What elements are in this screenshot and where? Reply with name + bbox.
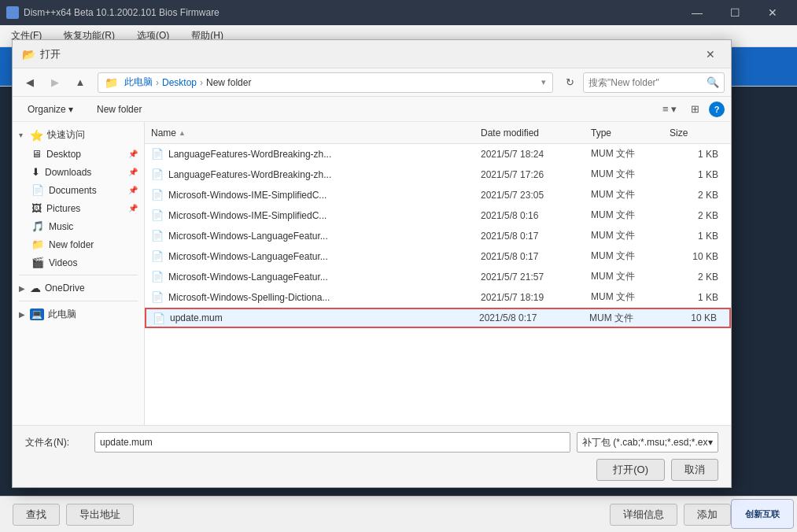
refresh-button[interactable]: ↻ — [559, 72, 580, 93]
file-size: 10 KB — [670, 251, 725, 262]
dialog-close-button[interactable]: ✕ — [699, 43, 721, 65]
filename-input[interactable] — [94, 432, 570, 453]
table-row[interactable]: 📄 update.mum 2021/5/8 0:17 MUM 文件 10 KB — [145, 308, 731, 328]
cancel-button[interactable]: 取消 — [671, 459, 718, 481]
table-row[interactable]: 📄 LanguageFeatures-WordBreaking-zh... 20… — [145, 144, 731, 164]
help-button[interactable]: ? — [709, 102, 725, 117]
file-name: Microsoft-Windows-IME-SimplifiedC... — [168, 210, 481, 221]
music-icon: 🎵 — [31, 220, 44, 232]
sidebar-item-documents-label: Documents — [49, 185, 97, 196]
file-date: 2021/5/7 21:57 — [481, 272, 591, 283]
table-row[interactable]: 📄 Microsoft-Windows-Spelling-Dictiona...… — [145, 287, 731, 308]
collapse-icon: ▾ — [19, 131, 27, 139]
export-address-button[interactable]: 导出地址 — [66, 504, 134, 526]
organize-button[interactable]: Organize ▾ — [19, 100, 82, 119]
file-type: MUM 文件 — [591, 270, 670, 283]
quick-access-star-icon: ⭐ — [30, 129, 43, 142]
file-type: MUM 文件 — [591, 209, 670, 222]
file-date: 2021/5/7 23:05 — [481, 190, 591, 201]
back-button[interactable]: ◀ — [19, 72, 41, 94]
videos-icon: 🎬 — [31, 257, 44, 268]
file-size: 1 KB — [670, 231, 725, 242]
file-icon: 📄 — [153, 312, 165, 324]
thispc-collapse-icon: ▶ — [19, 310, 27, 319]
sidebar-separator-1 — [19, 275, 138, 275]
dialog-main: Name ▲ Date modified Type Size 📄 Languag… — [145, 122, 731, 425]
new-folder-button[interactable]: New folder — [88, 100, 150, 119]
column-header-size[interactable]: Size — [670, 127, 725, 139]
search-input[interactable] — [589, 77, 707, 88]
table-row[interactable]: 📄 Microsoft-Windows-LanguageFeatur... 20… — [145, 267, 731, 287]
thispc-header[interactable]: ▶ 💻 此电脑 — [13, 305, 144, 324]
sidebar-item-new-folder[interactable]: 📁 New folder — [13, 235, 144, 253]
table-row[interactable]: 📄 Microsoft-Windows-IME-SimplifiedC... 2… — [145, 205, 731, 226]
file-icon: 📄 — [151, 148, 164, 160]
file-icon: 📄 — [151, 230, 164, 242]
file-icon: 📄 — [151, 168, 164, 180]
column-header-type[interactable]: Type — [591, 127, 670, 139]
file-name: LanguageFeatures-WordBreaking-zh... — [168, 149, 481, 160]
table-row[interactable]: 📄 Microsoft-Windows-LanguageFeatur... 20… — [145, 246, 731, 267]
onedrive-collapse-icon: ▶ — [19, 284, 27, 293]
sidebar-item-new-folder-label: New folder — [49, 239, 94, 250]
dialog-footer: 文件名(N): 补丁包 (*.cab;*.msu;*.esd;*.ex ▾ 打开… — [13, 425, 731, 487]
dialog-titlebar: 📂 打开 ✕ — [13, 40, 731, 68]
onedrive-section: ▶ ☁ OneDrive — [13, 279, 144, 297]
pin-icon-downloads: 📌 — [128, 168, 138, 176]
close-button[interactable]: ✕ — [755, 0, 791, 25]
file-size: 10 KB — [668, 312, 723, 323]
dialog-toolbar: Organize ▾ New folder ≡ ▾ ⊞ ? — [13, 97, 731, 122]
sidebar-item-pictures-label: Pictures — [46, 203, 80, 214]
onedrive-header[interactable]: ▶ ☁ OneDrive — [13, 279, 144, 297]
search-icon[interactable]: 🔍 — [707, 76, 719, 88]
address-crumb-desktop[interactable]: Desktop — [162, 77, 197, 88]
view-list-button[interactable]: ≡ ▾ — [659, 100, 681, 119]
open-file-dialog: 📂 打开 ✕ ◀ ▶ ▲ 📁 此电脑 › Desktop › New folde… — [12, 39, 732, 488]
app-title: Dism++x64 Beta 10.1.2002.101 Bios Firmwa… — [24, 7, 220, 18]
forward-button[interactable]: ▶ — [44, 72, 66, 94]
thispc-label: 此电脑 — [48, 308, 76, 321]
footer-buttons-row: 打开(O) 取消 — [25, 459, 718, 481]
sidebar-item-pictures[interactable]: 🖼 Pictures 📌 — [13, 199, 144, 217]
file-date: 2021/5/7 18:24 — [481, 149, 591, 160]
dialog-navbar: ◀ ▶ ▲ 📁 此电脑 › Desktop › New folder ▾ ↻ 🔍 — [13, 68, 731, 97]
column-header-name[interactable]: Name ▲ — [151, 127, 481, 139]
address-dropdown-icon[interactable]: ▾ — [541, 77, 546, 87]
file-type: MUM 文件 — [589, 312, 668, 325]
brand-name: 创新互联 — [745, 508, 780, 519]
file-column-headers: Name ▲ Date modified Type Size — [145, 122, 731, 144]
up-button[interactable]: ▲ — [69, 72, 91, 94]
sort-arrow-name: ▲ — [179, 129, 186, 137]
address-bar[interactable]: 📁 此电脑 › Desktop › New folder ▾ — [98, 72, 553, 93]
file-icon: 📄 — [151, 271, 164, 283]
find-button[interactable]: 查找 — [13, 504, 60, 526]
file-name: Microsoft-Windows-IME-SimplifiedC... — [168, 190, 481, 201]
onedrive-label: OneDrive — [45, 283, 85, 294]
thispc-section: ▶ 💻 此电脑 — [13, 305, 144, 324]
file-icon: 📄 — [151, 209, 164, 221]
table-row[interactable]: 📄 LanguageFeatures-WordBreaking-zh... 20… — [145, 164, 731, 185]
details-button[interactable]: 详细信息 — [610, 504, 677, 526]
sidebar-item-documents[interactable]: 📄 Documents 📌 — [13, 181, 144, 199]
documents-icon: 📄 — [31, 184, 44, 196]
minimize-button[interactable]: — — [679, 0, 715, 25]
file-name: Microsoft-Windows-Spelling-Dictiona... — [168, 292, 481, 303]
filter-dropdown[interactable]: 补丁包 (*.cab;*.msu;*.esd;*.ex ▾ — [577, 432, 718, 453]
table-row[interactable]: 📄 Microsoft-Windows-LanguageFeatur... 20… — [145, 226, 731, 246]
table-row[interactable]: 📄 Microsoft-Windows-IME-SimplifiedC... 2… — [145, 185, 731, 205]
sidebar-item-downloads[interactable]: ⬇ Downloads 📌 — [13, 163, 144, 181]
file-type: MUM 文件 — [591, 290, 670, 304]
column-header-date[interactable]: Date modified — [481, 127, 591, 139]
quick-access-header[interactable]: ▾ ⭐ 快速访问 — [13, 125, 144, 145]
sidebar-item-desktop[interactable]: 🖥 Desktop 📌 — [13, 145, 144, 163]
search-box[interactable]: 🔍 — [583, 72, 725, 93]
sidebar-item-desktop-label: Desktop — [46, 149, 81, 160]
maximize-button[interactable]: ☐ — [717, 0, 753, 25]
sidebar-item-videos[interactable]: 🎬 Videos — [13, 253, 144, 272]
add-button[interactable]: 添加 — [684, 504, 731, 526]
address-crumb-pc[interactable]: 此电脑 — [124, 76, 153, 89]
open-button[interactable]: 打开(O) — [596, 459, 665, 481]
view-pane-button[interactable]: ⊞ — [684, 100, 706, 119]
sidebar-item-music[interactable]: 🎵 Music — [13, 217, 144, 235]
pin-icon-documents: 📌 — [128, 186, 138, 194]
